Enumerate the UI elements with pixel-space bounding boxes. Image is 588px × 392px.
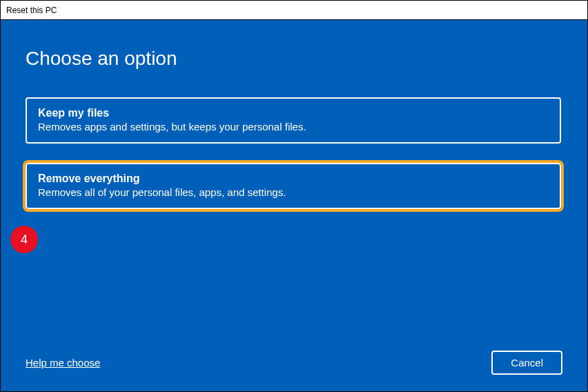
help-me-choose-link[interactable]: Help me choose — [26, 357, 100, 369]
content-area: Choose an option Keep my files Removes a… — [1, 20, 587, 391]
option-remove-everything[interactable]: Remove everything Removes all of your pe… — [26, 163, 561, 209]
footer: Help me choose Cancel — [26, 351, 562, 375]
option-remove-title: Remove everything — [38, 173, 549, 185]
option-keep-title: Keep my files — [38, 107, 549, 119]
cancel-button[interactable]: Cancel — [491, 351, 562, 375]
page-title: Choose an option — [26, 48, 562, 70]
option-keep-desc: Removes apps and settings, but keeps you… — [38, 121, 549, 133]
step-number-badge: 4 — [10, 226, 38, 253]
step-number-label: 4 — [21, 233, 28, 247]
option-remove-desc: Removes all of your personal files, apps… — [38, 186, 549, 198]
window-titlebar: Reset this PC — [1, 1, 587, 20]
option-keep-my-files[interactable]: Keep my files Removes apps and settings,… — [26, 97, 561, 144]
window-title: Reset this PC — [6, 6, 57, 15]
